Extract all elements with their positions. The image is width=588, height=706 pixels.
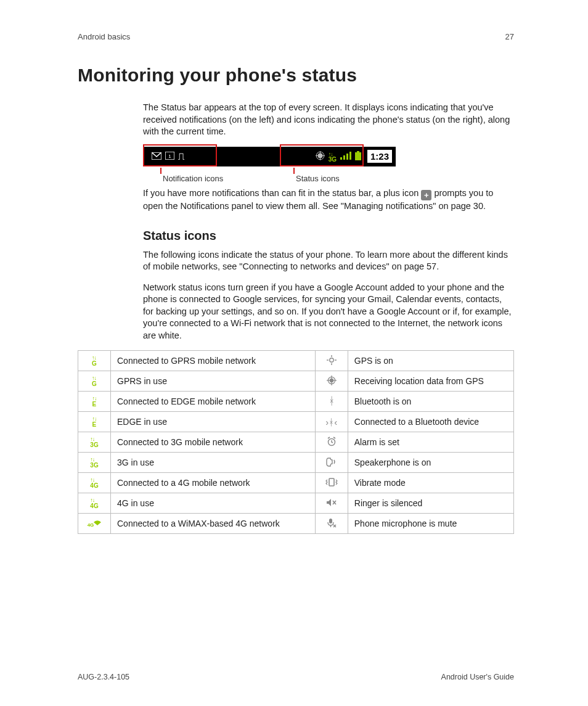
network-4g-icon: ↑↓4G: [78, 493, 111, 514]
network-edge-icon: ↑↓E: [78, 412, 111, 432]
icon-description: Connected to a 4G mobile network: [111, 473, 316, 493]
icon-description: Connected to 3G mobile network: [111, 432, 316, 453]
speaker-icon: [315, 453, 348, 473]
svg-rect-25: [329, 478, 334, 486]
clock-time: 1:23: [367, 150, 392, 163]
icon-description: Connected to a Bluetooth device: [348, 412, 513, 432]
running-footer: AUG-2.3.4-105 Android User's Guide: [78, 673, 514, 681]
icon-description: Speakerphone is on: [348, 453, 513, 473]
network-gprs-icon: ↑↓G: [78, 351, 111, 371]
table-row: 4GConnected to a WiMAX-based 4G networkP…: [78, 514, 514, 534]
icon-description: 4G in use: [111, 493, 316, 514]
icon-description: Ringer is silenced: [348, 493, 513, 514]
status-bar-figure: 1 ⎍ ↑↓3G 1:23: [143, 147, 514, 184]
page-number: 27: [505, 32, 514, 41]
icon-description: Bluetooth is on: [348, 392, 513, 412]
network-wimax-icon: 4G: [78, 514, 111, 534]
status-icons-table: ↑↓GConnected to GPRS mobile networkGPS i…: [78, 350, 514, 534]
status-area-highlight: [280, 144, 364, 166]
callout-status-icons: Status icons: [296, 174, 340, 183]
bluetooth-icon: ᚼ: [315, 392, 348, 412]
icon-description: Receiving location data from GPS: [348, 371, 513, 392]
plus-icon: +: [421, 190, 431, 200]
table-row: ↑↓3GConnected to 3G mobile networkAlarm …: [78, 432, 514, 453]
icon-description: Connected to EDGE mobile network: [111, 392, 316, 412]
section-label: Android basics: [78, 32, 130, 41]
icon-description: EDGE in use: [111, 412, 316, 432]
icon-description: Phone microphone is mute: [348, 514, 513, 534]
alarm-icon: [315, 432, 348, 453]
intro-paragraph: The Status bar appears at the top of eve…: [143, 102, 514, 138]
status-icons-heading: Status icons: [143, 229, 514, 243]
network-gprs-icon: ↑↓G: [78, 371, 111, 392]
icon-description: Alarm is set: [348, 432, 513, 453]
page-title: Monitoring your phone's status: [78, 65, 514, 86]
table-row: ↑↓4G4G in useRinger is silenced: [78, 493, 514, 514]
svg-point-13: [330, 358, 333, 362]
plus-icon-paragraph: If you have more notifications than can …: [143, 187, 514, 213]
icon-description: Connected to GPRS mobile network: [111, 351, 316, 371]
gps-outline-icon: [315, 351, 348, 371]
network-3g-icon: ↑↓3G: [78, 432, 111, 453]
footer-doc-id: AUG-2.3.4-105: [78, 673, 129, 681]
bluetooth-conn-icon: ›ᚼ‹: [315, 412, 348, 432]
table-row: ↑↓GConnected to GPRS mobile networkGPS i…: [78, 351, 514, 371]
icon-description: GPS is on: [348, 351, 513, 371]
mic-mute-icon: [315, 514, 348, 534]
callout-notification-icons: Notification icons: [163, 174, 223, 183]
icon-description: Connected to a WiMAX-based 4G network: [111, 514, 316, 534]
table-row: ↑↓4GConnected to a 4G mobile networkVibr…: [78, 473, 514, 493]
table-row: ↑↓EEDGE in use›ᚼ‹Connected to a Bluetoot…: [78, 412, 514, 432]
icon-description: Vibrate mode: [348, 473, 513, 493]
svg-line-24: [333, 437, 335, 438]
status-bar-mock: 1 ⎍ ↑↓3G 1:23: [143, 147, 396, 166]
icon-description: 3G in use: [111, 453, 316, 473]
status-icons-para-2: Network status icons turn green if you h…: [143, 282, 514, 342]
network-edge-icon: ↑↓E: [78, 392, 111, 412]
running-header: Android basics 27: [78, 32, 514, 41]
svg-line-23: [328, 437, 330, 438]
svg-rect-28: [329, 519, 332, 523]
table-row: ↑↓3G3G in useSpeakerphone is on: [78, 453, 514, 473]
network-4g-icon: ↑↓4G: [78, 473, 111, 493]
icon-description: GPRS in use: [111, 371, 316, 392]
notification-area-highlight: [143, 144, 217, 166]
network-3g-icon: ↑↓3G: [78, 453, 111, 473]
footer-title: Android User's Guide: [441, 673, 514, 681]
vibrate-icon: [315, 473, 348, 493]
status-icons-para-1: The following icons indicate the status …: [143, 249, 514, 273]
gps-solid-icon: [315, 371, 348, 392]
table-row: ↑↓EConnected to EDGE mobile networkᚼBlue…: [78, 392, 514, 412]
silent-icon: [315, 493, 348, 514]
table-row: ↑↓GGPRS in useReceiving location data fr…: [78, 371, 514, 392]
